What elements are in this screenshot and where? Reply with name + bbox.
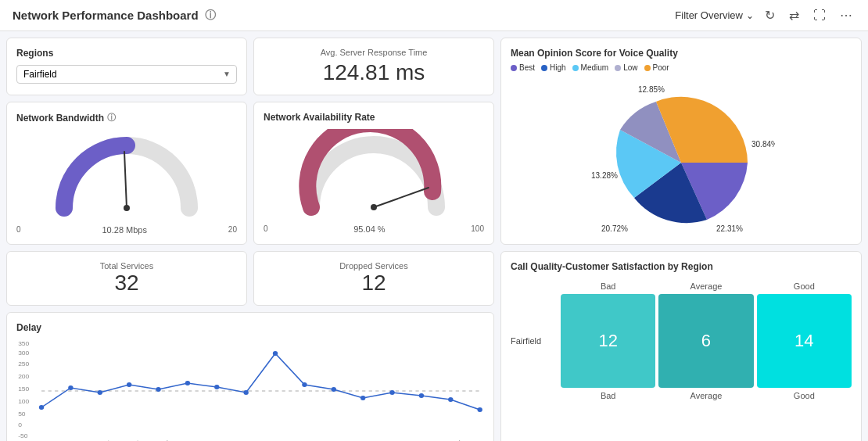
- bandwidth-needle-center: [124, 205, 130, 211]
- delay-point: [273, 351, 278, 356]
- bandwidth-needle: [124, 152, 127, 208]
- svg-text:200: 200: [18, 373, 30, 380]
- heatmap-empty-header: [511, 278, 558, 291]
- delay-point: [68, 385, 73, 390]
- delay-point: [185, 381, 190, 385]
- svg-text:50: 50: [18, 411, 26, 418]
- legend-medium: Medium: [572, 63, 609, 72]
- svg-text:-50: -50: [18, 432, 28, 439]
- delay-point: [419, 393, 424, 398]
- dashboard: Regions Fairfield New York Los Angeles C…: [0, 31, 868, 441]
- legend-low: Low: [615, 63, 637, 72]
- regions-card: Regions Fairfield New York Los Angeles C…: [6, 38, 247, 95]
- svg-text:100: 100: [18, 398, 30, 405]
- heatmap-good-value: 14: [757, 294, 852, 388]
- heatmap-good-header: Good: [757, 281, 852, 291]
- availability-gauge: 0 95.04 % 100: [264, 129, 484, 234]
- delay-card: Delay 350 300 250 200 150 100 50 0 -50 -…: [6, 312, 494, 441]
- legend-medium-label: Medium: [581, 63, 609, 72]
- compare-button[interactable]: ⇄: [786, 6, 802, 24]
- pie-chart: 30.84% 22.31% 20.72% 13.28% 12.85%: [587, 77, 775, 233]
- pie-label-medium: 20.72%: [601, 224, 628, 233]
- bandwidth-title: Network Bandwidth ⓘ: [16, 112, 237, 124]
- expand-button[interactable]: ⛶: [810, 7, 829, 24]
- total-services-label: Total Services: [100, 261, 153, 271]
- heatmap-bad-header: Bad: [561, 281, 655, 291]
- dashboard-title: Network Performance Dashboard: [13, 9, 199, 22]
- pie-label-poor: 12.85%: [638, 85, 665, 94]
- svg-text:0: 0: [18, 421, 22, 428]
- delay-point: [243, 390, 248, 395]
- heatmap-good-axis: Good: [757, 391, 852, 400]
- availability-needle-center: [371, 204, 377, 210]
- call-quality-card: Call Quality-Customer Satisfaction by Re…: [500, 251, 862, 441]
- delay-point: [214, 385, 219, 389]
- legend-low-label: Low: [623, 63, 637, 72]
- legend-poor-label: Poor: [653, 63, 669, 72]
- call-quality-heatmap: Bad Average Good Fairfield 12 6 14 Bad A…: [511, 278, 852, 400]
- heatmap-region-label: Fairfield: [511, 294, 558, 388]
- heatmap-average-value: 6: [658, 294, 753, 388]
- dropped-services-label: Dropped Services: [339, 261, 407, 271]
- legend-high-label: High: [550, 63, 566, 72]
- delay-chart: 350 300 250 200 150 100 50 0 -50 -100: [16, 339, 484, 441]
- regions-select[interactable]: Fairfield New York Los Angeles Chicago: [16, 65, 237, 84]
- mos-legend: Best High Medium Low Poor: [511, 63, 852, 72]
- delay-point: [156, 387, 160, 392]
- pie-label-high: 22.31%: [716, 224, 743, 233]
- delay-point: [360, 396, 365, 400]
- filter-overview[interactable]: Filter Overview ⌄: [675, 9, 754, 21]
- heatmap-bad-axis: Bad: [561, 391, 655, 400]
- svg-text:350: 350: [18, 340, 30, 347]
- bandwidth-gauge-labels: 0 10.28 Mbps 20: [16, 225, 237, 235]
- availability-gauge-labels: 0 95.04 % 100: [264, 224, 484, 234]
- delay-point: [302, 382, 307, 387]
- legend-best-dot: [511, 65, 517, 71]
- heatmap-axis-empty: [511, 391, 558, 400]
- more-options-button[interactable]: ⋯: [837, 6, 855, 24]
- pie-chart-wrapper: 30.84% 22.31% 20.72% 13.28% 12.85%: [511, 77, 852, 233]
- delay-point: [389, 390, 394, 395]
- bandwidth-card: Network Bandwidth ⓘ 0 10.28 Mbps 20: [6, 102, 247, 245]
- heatmap-headers: Bad Average Good: [511, 278, 852, 291]
- legend-low-dot: [615, 65, 621, 71]
- avg-response-label: Avg. Server Response Time: [264, 48, 484, 57]
- svg-text:300: 300: [18, 350, 30, 357]
- delay-line: [41, 353, 480, 410]
- chevron-down-icon[interactable]: ⌄: [746, 10, 754, 21]
- legend-high-dot: [541, 65, 547, 71]
- dropped-services-value: 12: [361, 271, 386, 296]
- heatmap-axis-labels: Bad Average Good: [511, 391, 852, 400]
- delay-point: [98, 390, 102, 395]
- delay-point: [39, 405, 44, 410]
- mos-title: Mean Opinion Score for Voice Quality: [511, 48, 852, 59]
- availability-gauge-svg: [296, 129, 452, 223]
- delay-point: [332, 387, 336, 392]
- bandwidth-center-value: 10.28 Mbps: [102, 225, 146, 235]
- legend-poor-dot: [644, 65, 651, 71]
- refresh-button[interactable]: ↻: [762, 6, 778, 24]
- dropped-services-card: Dropped Services 12: [253, 251, 494, 306]
- legend-medium-dot: [572, 65, 579, 71]
- heatmap-bad-value: 12: [561, 294, 655, 388]
- delay-chart-svg: 350 300 250 200 150 100 50 0 -50 -100: [16, 339, 484, 441]
- regions-title: Regions: [16, 48, 237, 59]
- svg-text:250: 250: [18, 360, 30, 368]
- top-bar: Network Performance Dashboard ⓘ Filter O…: [0, 0, 868, 31]
- svg-text:150: 150: [18, 385, 30, 393]
- pie-label-low: 13.28%: [591, 171, 618, 180]
- delay-title: Delay: [16, 322, 484, 333]
- heatmap-average-axis: Average: [658, 391, 753, 400]
- legend-best: Best: [511, 63, 535, 72]
- delay-point: [127, 382, 131, 387]
- bandwidth-gauge: 0 10.28 Mbps 20: [16, 130, 237, 235]
- pie-label-best: 30.84%: [751, 140, 775, 149]
- availability-card: Network Availability Rate 0 95.04 % 100: [253, 102, 494, 245]
- info-icon: ⓘ: [205, 9, 216, 23]
- top-bar-left: Network Performance Dashboard ⓘ: [13, 9, 216, 23]
- top-bar-right: Filter Overview ⌄ ↻ ⇄ ⛶ ⋯: [675, 6, 855, 24]
- bandwidth-gauge-svg: [48, 130, 205, 224]
- availability-title: Network Availability Rate: [264, 112, 484, 123]
- filter-label: Filter Overview: [675, 9, 743, 21]
- avg-response-card: Avg. Server Response Time 124.81 ms: [253, 38, 494, 95]
